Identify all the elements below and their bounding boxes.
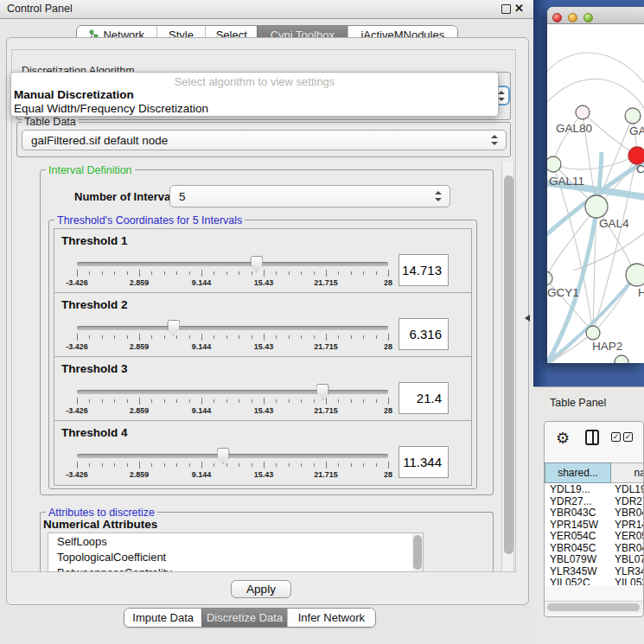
column-header-name[interactable]: name: [611, 462, 644, 483]
scrollbar-thumb[interactable]: [547, 603, 640, 611]
mouse-cursor: [525, 315, 530, 322]
slider-track[interactable]: [77, 390, 388, 394]
threshold-1-slider[interactable]: -3.4262.8599.14415.4321.71528: [77, 253, 388, 291]
close-icon[interactable]: ✕: [514, 2, 524, 15]
network-node[interactable]: [547, 156, 561, 172]
network-view-window[interactable]: GAL80GACGAL11GAL4GCY1HHAP2: [547, 7, 644, 363]
tab-impute-data[interactable]: Impute Data: [124, 609, 201, 627]
cell-shared-name[interactable]: YBL079W: [545, 553, 611, 565]
tick-mark: [314, 335, 315, 339]
threshold-4-value-field[interactable]: 11.344: [399, 446, 449, 478]
zoom-traffic-light-icon[interactable]: [583, 13, 593, 22]
settings-scrollbar[interactable]: [501, 162, 514, 571]
scrollbar-thumb[interactable]: [413, 535, 422, 570]
desktop-background: GAL80GACGAL11GAL4GCY1HHAP2: [533, 0, 644, 386]
tick-mark: [226, 399, 227, 403]
table-row[interactable]: YBR045CYBR045C: [545, 542, 644, 554]
checkbox-icon[interactable]: ✓: [611, 432, 621, 442]
network-canvas[interactable]: GAL80GACGAL11GAL4GCY1HHAP2: [547, 24, 644, 363]
network-node[interactable]: [625, 108, 641, 124]
tick-mark: [264, 270, 265, 277]
tick-mark: [338, 399, 339, 403]
table-row[interactable]: YDR27...YDR27: [545, 495, 644, 507]
network-node[interactable]: [576, 105, 590, 119]
cell-name[interactable]: YIL052C: [611, 577, 644, 585]
cell-shared-name[interactable]: YLR345W: [545, 565, 611, 577]
threshold-1-value-field[interactable]: 14.713: [399, 254, 449, 286]
numerical-attributes-list[interactable]: SelfLoopsTopologicalCoefficientBetweenne…: [48, 532, 424, 572]
table-row[interactable]: YLR345WYLR345W: [545, 565, 644, 577]
network-node[interactable]: [585, 195, 608, 218]
attribute-item[interactable]: SelfLoops: [48, 533, 423, 549]
table-row[interactable]: YER054CYER054C: [545, 530, 644, 542]
table-row[interactable]: YIL052CYIL052C: [545, 577, 644, 585]
tick-mark: [239, 335, 239, 339]
network-node[interactable]: [586, 326, 600, 340]
float-panel-icon[interactable]: [501, 4, 511, 14]
tick-label: -3.426: [66, 342, 88, 351]
threshold-2-slider[interactable]: -3.4262.8599.14415.4321.71528: [77, 317, 388, 355]
table-data-combobox[interactable]: galFiltered.sif default node: [22, 130, 507, 150]
checkbox-icon[interactable]: ✓: [623, 432, 633, 442]
tick-mark: [214, 271, 214, 275]
slider-track[interactable]: [77, 454, 388, 458]
table-row[interactable]: YBL079WYBL079W: [545, 553, 644, 565]
cell-name[interactable]: YDL19: [611, 483, 644, 495]
column-header-shared-name[interactable]: shared...: [545, 462, 611, 483]
cell-name[interactable]: YBL079W: [611, 553, 644, 565]
cell-shared-name[interactable]: YDR27...: [545, 495, 611, 507]
tick-mark: [314, 399, 315, 403]
threshold-2-value-field[interactable]: 6.316: [399, 318, 449, 350]
gear-icon[interactable]: ⚙: [556, 429, 570, 448]
cell-shared-name[interactable]: YBR043C: [545, 507, 611, 519]
tick-label: 9.144: [192, 278, 212, 287]
cell-name[interactable]: YBR043C: [611, 507, 644, 519]
menu-item-equal-width-frequency[interactable]: Equal Width/Frequency Discretization: [14, 102, 208, 115]
cell-name[interactable]: YPR145W: [611, 519, 644, 531]
table-row[interactable]: YPR145WYPR145W: [545, 519, 644, 531]
threshold-3-value-field[interactable]: 21.4: [399, 382, 449, 414]
minimize-traffic-light-icon[interactable]: [568, 13, 577, 22]
cell-name[interactable]: YDR27: [611, 495, 644, 507]
cell-name[interactable]: YBR045C: [611, 542, 644, 554]
attributes-list-scrollbar[interactable]: [412, 533, 423, 571]
cell-shared-name[interactable]: YDL19...: [545, 483, 611, 495]
table-row[interactable]: YDL19...YDL19: [545, 483, 644, 495]
tick-label: 2.859: [130, 342, 150, 351]
network-window-titlebar[interactable]: [547, 7, 644, 24]
cell-shared-name[interactable]: YBR045C: [545, 542, 611, 554]
apply-button[interactable]: Apply: [231, 580, 291, 598]
scrollbar-thumb[interactable]: [504, 175, 513, 554]
network-node[interactable]: [547, 271, 552, 285]
table-horizontal-scrollbar[interactable]: [545, 601, 644, 613]
table-row[interactable]: YBR043CYBR043C: [545, 507, 644, 519]
cell-shared-name[interactable]: YER054C: [545, 530, 611, 542]
tick-label: 2.859: [130, 406, 150, 415]
cell-shared-name[interactable]: YPR145W: [545, 519, 611, 531]
number-of-intervals-combobox[interactable]: 5: [169, 185, 450, 207]
split-columns-icon[interactable]: [585, 430, 599, 445]
network-node[interactable]: [615, 355, 628, 363]
slider-tick-labels: -3.4262.8599.14415.4321.71528: [77, 470, 388, 480]
slider-track[interactable]: [77, 326, 388, 330]
numerical-attributes-label: Numerical Attributes: [43, 518, 157, 531]
tab-discretize-data[interactable]: Discretize Data: [201, 609, 286, 627]
attribute-item[interactable]: TopologicalCoefficient: [48, 549, 423, 564]
tab-infer-network-label: Infer Network: [298, 611, 365, 624]
threshold-3-slider[interactable]: -3.4262.8599.14415.4321.71528: [77, 381, 388, 419]
threshold-4-slider[interactable]: -3.4262.8599.14415.4321.71528: [77, 445, 388, 483]
table-data-value: galFiltered.sif default node: [31, 134, 168, 147]
algorithm-dropdown-popup: Select algorithm to view settings Manual…: [10, 72, 499, 117]
tab-infer-network[interactable]: Infer Network: [287, 609, 375, 627]
cell-name[interactable]: YER054C: [611, 530, 644, 542]
cell-name[interactable]: YLR345W: [611, 565, 644, 577]
popup-placeholder: Select algorithm to view settings: [11, 75, 498, 88]
network-node[interactable]: [628, 147, 644, 164]
slider-track[interactable]: [77, 262, 388, 266]
network-node[interactable]: [626, 264, 644, 286]
attribute-item[interactable]: BetweennessCentrality: [48, 564, 423, 572]
cell-shared-name[interactable]: YIL052C: [545, 577, 611, 585]
menu-item-manual-discretization[interactable]: Manual Discretization: [14, 88, 134, 101]
tab-impute-data-label: Impute Data: [132, 611, 194, 624]
close-traffic-light-icon[interactable]: [552, 13, 562, 22]
